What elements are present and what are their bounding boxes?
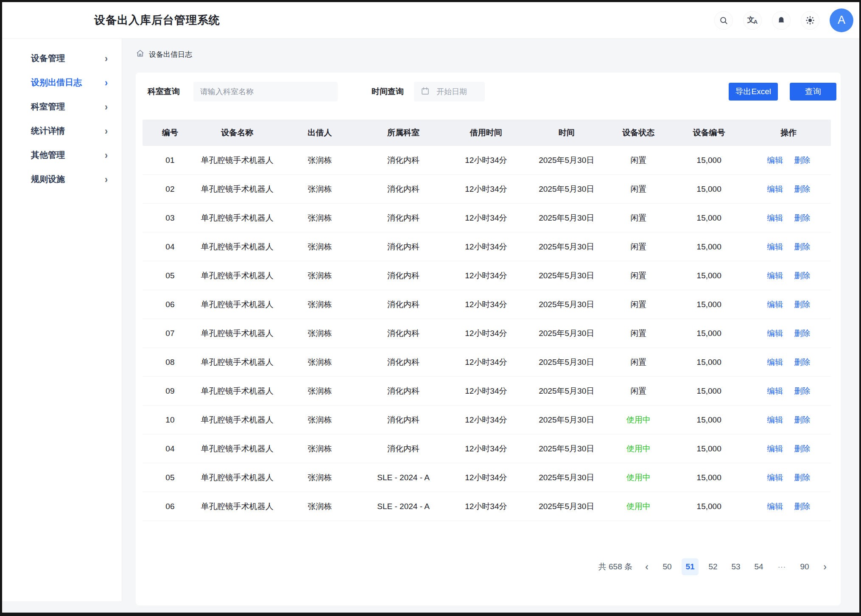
next-page-button[interactable]: › <box>819 561 831 573</box>
cell-date: 2025年5月30日 <box>528 213 605 224</box>
cell-device-code: 15,000 <box>672 271 746 280</box>
table-row: 02单孔腔镜手术机器人张润栋消化内科12小时34分2025年5月30日闲置15,… <box>143 175 831 204</box>
edit-button[interactable]: 编辑 <box>767 328 783 339</box>
start-date-input[interactable]: 开始日期 <box>414 82 485 101</box>
delete-button[interactable]: 删除 <box>794 213 810 224</box>
cell-department: 消化内科 <box>363 328 444 339</box>
status-badge: 闲置 <box>605 241 672 252</box>
language-button[interactable]: 文A <box>743 11 762 30</box>
cell-department: 消化内科 <box>363 414 444 426</box>
status-badge: 闲置 <box>605 184 672 195</box>
edit-button[interactable]: 编辑 <box>767 299 783 310</box>
edit-button[interactable]: 编辑 <box>767 241 783 252</box>
page-button[interactable]: 53 <box>727 558 744 575</box>
cell-date: 2025年5月30日 <box>528 328 605 339</box>
page-button[interactable]: 50 <box>659 558 676 575</box>
page-button[interactable]: 51 <box>682 558 699 575</box>
status-badge: 使用中 <box>605 414 672 426</box>
delete-button[interactable]: 删除 <box>794 241 810 252</box>
dept-search-input[interactable] <box>193 82 338 101</box>
start-date-placeholder: 开始日期 <box>436 87 467 97</box>
table-row: 07单孔腔镜手术机器人张润栋消化内科12小时34分2025年5月30日闲置15,… <box>143 319 831 348</box>
page-button[interactable]: 54 <box>750 558 767 575</box>
cell-id: 01 <box>143 156 198 165</box>
cell-device-name: 单孔腔镜手术机器人 <box>198 501 277 512</box>
edit-button[interactable]: 编辑 <box>767 386 783 397</box>
cell-department: 消化内科 <box>363 155 444 166</box>
cell-actions: 编辑删除 <box>746 213 831 224</box>
delete-button[interactable]: 删除 <box>794 414 810 426</box>
search-button[interactable] <box>714 11 733 30</box>
delete-button[interactable]: 删除 <box>794 184 810 195</box>
cell-id: 06 <box>143 502 198 511</box>
cell-date: 2025年5月30日 <box>528 472 605 483</box>
delete-button[interactable]: 删除 <box>794 328 810 339</box>
cell-id: 06 <box>143 300 198 309</box>
prev-page-button[interactable]: ‹ <box>641 561 653 573</box>
query-button[interactable]: 查询 <box>790 83 836 101</box>
sidebar-item-label: 统计详情 <box>31 125 65 137</box>
sidebar-item-statistics-detail[interactable]: 统计详情› <box>2 119 122 143</box>
cell-actions: 编辑删除 <box>746 472 831 483</box>
edit-button[interactable]: 编辑 <box>767 357 783 368</box>
status-badge: 使用中 <box>605 443 672 454</box>
edit-button[interactable]: 编辑 <box>767 501 783 512</box>
column-header: 编号 <box>143 127 198 138</box>
sidebar-item-device-management[interactable]: 设备管理› <box>2 46 122 70</box>
table-row: 05单孔腔镜手术机器人张润栋消化内科12小时34分2025年5月30日闲置15,… <box>143 261 831 290</box>
cell-date: 2025年5月30日 <box>528 299 605 310</box>
delete-button[interactable]: 删除 <box>794 155 810 166</box>
sidebar-item-other-management[interactable]: 其他管理› <box>2 143 122 167</box>
edit-button[interactable]: 编辑 <box>767 443 783 454</box>
delete-button[interactable]: 删除 <box>794 270 810 281</box>
delete-button[interactable]: 删除 <box>794 443 810 454</box>
user-avatar[interactable]: A <box>830 8 853 32</box>
delete-button[interactable]: 删除 <box>794 299 810 310</box>
notification-bell-icon <box>777 16 786 25</box>
cell-department: 消化内科 <box>363 299 444 310</box>
edit-button[interactable]: 编辑 <box>767 213 783 224</box>
edit-button[interactable]: 编辑 <box>767 414 783 426</box>
column-header: 借用时间 <box>444 127 528 138</box>
filter-buttons: 导出Excel 查询 <box>729 83 836 101</box>
cell-actions: 编辑删除 <box>746 328 831 339</box>
sidebar-item-rule-settings[interactable]: 规则设施› <box>2 167 122 191</box>
delete-button[interactable]: 删除 <box>794 501 810 512</box>
sidebar-item-label: 设别出借日志 <box>31 77 82 88</box>
cell-id: 04 <box>143 444 198 454</box>
delete-button[interactable]: 删除 <box>794 357 810 368</box>
edit-button[interactable]: 编辑 <box>767 184 783 195</box>
export-excel-button[interactable]: 导出Excel <box>729 83 778 101</box>
breadcrumb-label: 设备出借日志 <box>149 50 192 59</box>
translate-icon: 文A <box>747 16 758 25</box>
page-button[interactable]: 90 <box>796 558 813 575</box>
chevron-right-icon: › <box>105 125 108 136</box>
table-body: 01单孔腔镜手术机器人张润栋消化内科12小时34分2025年5月30日闲置15,… <box>143 146 831 521</box>
sidebar-item-label: 设备管理 <box>31 53 65 64</box>
cell-id: 10 <box>143 415 198 425</box>
calendar-icon <box>421 87 430 97</box>
column-header: 出借人 <box>277 127 363 138</box>
cell-id: 02 <box>143 185 198 194</box>
theme-button[interactable] <box>801 11 819 30</box>
chevron-right-icon: › <box>105 149 108 160</box>
status-badge: 闲置 <box>605 328 672 339</box>
edit-button[interactable]: 编辑 <box>767 472 783 483</box>
cell-actions: 编辑删除 <box>746 414 831 426</box>
lend-log-table: 编号设备名称出借人所属科室借用时间时间设备状态设备编号操作 01单孔腔镜手术机器… <box>143 120 831 521</box>
cell-device-name: 单孔腔镜手术机器人 <box>198 357 277 368</box>
sidebar-item-device-lend-log[interactable]: 设别出借日志› <box>2 70 122 95</box>
edit-button[interactable]: 编辑 <box>767 270 783 281</box>
cell-device-code: 15,000 <box>672 300 746 309</box>
edit-button[interactable]: 编辑 <box>767 155 783 166</box>
cell-id: 09 <box>143 386 198 396</box>
cell-device-name: 单孔腔镜手术机器人 <box>198 299 277 310</box>
sidebar-item-department-management[interactable]: 科室管理› <box>2 95 122 119</box>
cell-actions: 编辑删除 <box>746 184 831 195</box>
delete-button[interactable]: 删除 <box>794 472 810 483</box>
page-button[interactable]: 52 <box>704 558 721 575</box>
delete-button[interactable]: 删除 <box>794 386 810 397</box>
table-row: 04单孔腔镜手术机器人张润栋消化内科12小时34分2025年5月30日使用中15… <box>143 434 831 463</box>
time-search-label: 时间查询 <box>372 86 404 97</box>
notification-button[interactable] <box>772 11 791 30</box>
